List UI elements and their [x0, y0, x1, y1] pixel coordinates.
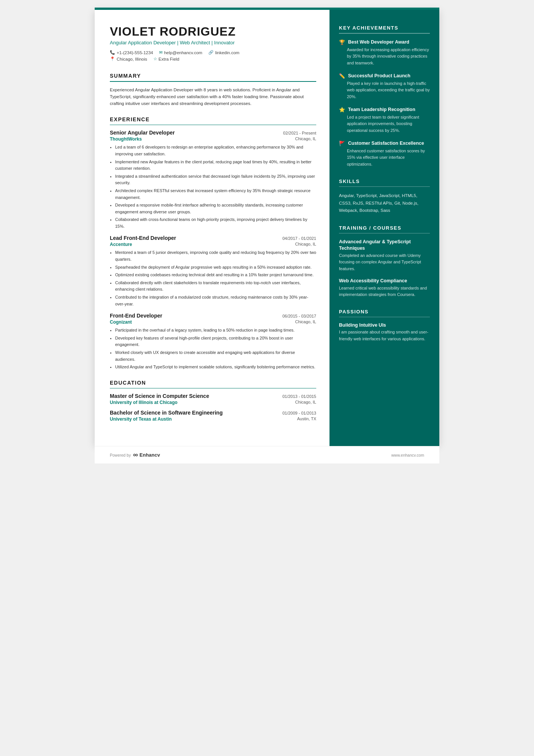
- degree-2: Bachelor of Science in Software Engineer…: [110, 410, 316, 422]
- degree-2-header: Bachelor of Science in Software Engineer…: [110, 410, 316, 416]
- link-icon: 🔗: [208, 50, 214, 55]
- training-1-title: Advanced Angular & TypeScript Techniques: [339, 239, 430, 251]
- training-2: Web Accessibility Compliance Learned cri…: [339, 278, 430, 298]
- degree-1-location: Chicago, IL: [295, 400, 316, 405]
- summary-title: SUMMARY: [110, 73, 316, 79]
- degree-1-school-row: University of Illinois at Chicago Chicag…: [110, 400, 316, 405]
- achievement-2-desc: Played a key role in launching a high-tr…: [339, 80, 430, 100]
- job-3-header: Front-End Developer 06/2015 - 03/2017: [110, 313, 316, 319]
- education-section: EDUCATION Master of Science in Computer …: [110, 380, 316, 422]
- job-1-company: ThoughtWorks: [110, 136, 142, 142]
- header-section: VIOLET RODRIGUEZ Angular Application Dev…: [110, 25, 316, 61]
- pencil-icon: ✏️: [339, 73, 345, 79]
- job-3-location: Chicago, IL: [295, 319, 316, 325]
- key-achievements-section: KEY ACHIEVEMENTS 🏆 Best Web Developer Aw…: [339, 25, 430, 168]
- achievement-3-desc: Led a project team to deliver significan…: [339, 114, 430, 134]
- job-1-header: Senior Angular Developer 02/2021 - Prese…: [110, 130, 316, 136]
- passions-divider: [339, 317, 430, 318]
- education-divider: [110, 388, 316, 389]
- linkedin-url: linkedin.com: [215, 50, 239, 55]
- training-section: TRAINING / COURSES Advanced Angular & Ty…: [339, 225, 430, 298]
- training-divider: [339, 233, 430, 234]
- achievement-3: ⭐ Team Leadership Recognition Led a proj…: [339, 106, 430, 134]
- job-1-bullets: Led a team of 6 developers to redesign a…: [110, 144, 316, 230]
- achievements-divider: [339, 33, 430, 34]
- job-1-location: Chicago, IL: [295, 136, 316, 142]
- achievement-3-title-row: ⭐ Team Leadership Recognition: [339, 106, 430, 113]
- experience-divider: [110, 125, 316, 125]
- email-address: help@enhancv.com: [164, 50, 202, 55]
- phone-number: +1-(234)-555-1234: [117, 50, 153, 55]
- training-1: Advanced Angular & TypeScript Techniques…: [339, 239, 430, 272]
- achievement-3-title: Team Leadership Recognition: [348, 106, 415, 113]
- achievement-1: 🏆 Best Web Developer Award Awarded for i…: [339, 39, 430, 67]
- job-3-company: Cognizant: [110, 319, 132, 325]
- achievement-1-desc: Awarded for increasing application effic…: [339, 47, 430, 67]
- extra-field-text: Extra Field: [159, 57, 180, 61]
- passions-section: PASSIONS Building Intuitive UIs I am pas…: [339, 309, 430, 343]
- extra-field-contact: ☆ Extra Field: [153, 56, 180, 61]
- training-title: TRAINING / COURSES: [339, 225, 430, 231]
- job-2: Lead Front-End Developer 04/2017 - 01/20…: [110, 235, 316, 307]
- skills-divider: [339, 186, 430, 187]
- job-2-bullets: Mentored a team of 5 junior developers, …: [110, 249, 316, 307]
- job-3: Front-End Developer 06/2015 - 03/2017 Co…: [110, 313, 316, 371]
- job-3-dates: 06/2015 - 03/2017: [283, 314, 316, 318]
- job-2-header: Lead Front-End Developer 04/2017 - 01/20…: [110, 235, 316, 241]
- bullet-item: Developed key features of several high-p…: [115, 335, 316, 348]
- bullet-item: Implemented new Angular features in the …: [115, 159, 316, 172]
- contact-row-2: 📍 Chicago, Illinois ☆ Extra Field: [110, 56, 316, 61]
- bullet-item: Participated in the overhaul of a legacy…: [115, 327, 316, 334]
- star-filled-icon: ⭐: [339, 107, 345, 113]
- job-2-dates: 04/2017 - 01/2021: [283, 236, 316, 241]
- enhancv-logo: ∞ Enhancv: [133, 451, 160, 459]
- passion-1-title: Building Intuitive UIs: [339, 322, 430, 328]
- achievement-4-title: Customer Satisfaction Excellence: [348, 140, 424, 146]
- degree-1-school: University of Illinois at Chicago: [110, 400, 178, 405]
- experience-section: EXPERIENCE Senior Angular Developer 02/2…: [110, 116, 316, 371]
- bullet-item: Architected complex RESTful services tha…: [115, 188, 316, 201]
- degree-2-school: University of Texas at Austin: [110, 416, 172, 422]
- candidate-title: Angular Application Developer | Web Arch…: [110, 40, 316, 45]
- location-icon: 📍: [110, 56, 115, 61]
- bullet-item: Led a team of 6 developers to redesign a…: [115, 144, 316, 157]
- bullet-item: Mentored a team of 5 junior developers, …: [115, 249, 316, 263]
- degree-1-dates: 01/2013 - 01/2015: [283, 394, 316, 399]
- star-icon: ☆: [153, 56, 157, 61]
- footer-website: www.enhancv.com: [391, 453, 424, 457]
- job-2-location: Chicago, IL: [295, 242, 316, 247]
- left-column: VIOLET RODRIGUEZ Angular Application Dev…: [95, 10, 329, 446]
- bullet-item: Spearheaded the deployment of Angular pr…: [115, 264, 316, 271]
- degree-2-name: Bachelor of Science in Software Engineer…: [110, 410, 223, 416]
- phone-icon: 📞: [110, 50, 115, 55]
- footer: Powered by ∞ Enhancv www.enhancv.com: [95, 446, 439, 463]
- job-1-dates: 02/2021 - Present: [283, 131, 316, 135]
- education-title: EDUCATION: [110, 380, 316, 386]
- degree-2-location: Austin, TX: [297, 416, 316, 422]
- achievement-1-title: Best Web Developer Award: [348, 39, 409, 45]
- bullet-item: Integrated a streamlined authentication …: [115, 173, 316, 186]
- achievement-1-title-row: 🏆 Best Web Developer Award: [339, 39, 430, 45]
- bullet-item: Optimized existing codebases reducing te…: [115, 272, 316, 279]
- degree-1-name: Master of Science in Computer Science: [110, 393, 209, 399]
- email-icon: ✉: [159, 50, 162, 55]
- logo-mark-icon: ∞: [133, 451, 138, 459]
- degree-2-dates: 01/2009 - 01/2013: [283, 411, 316, 415]
- achievement-4: 🚩 Customer Satisfaction Excellence Enhan…: [339, 140, 430, 168]
- location-contact: 📍 Chicago, Illinois: [110, 56, 147, 61]
- bullet-item: Worked closely with UX designers to crea…: [115, 349, 316, 363]
- footer-left: Powered by ∞ Enhancv: [110, 451, 160, 459]
- job-1-role: Senior Angular Developer: [110, 130, 175, 136]
- passion-1: Building Intuitive UIs I am passionate a…: [339, 322, 430, 342]
- flag-icon: 🚩: [339, 141, 345, 146]
- bullet-item: Utilized Angular and TypeScript to imple…: [115, 364, 316, 371]
- candidate-name: VIOLET RODRIGUEZ: [110, 25, 316, 38]
- achievement-4-title-row: 🚩 Customer Satisfaction Excellence: [339, 140, 430, 146]
- email-contact: ✉ help@enhancv.com: [159, 50, 202, 55]
- job-1: Senior Angular Developer 02/2021 - Prese…: [110, 130, 316, 230]
- phone-contact: 📞 +1-(234)-555-1234: [110, 50, 153, 55]
- bullet-item: Developed a responsive mobile-first inte…: [115, 202, 316, 215]
- trophy-icon: 🏆: [339, 39, 345, 45]
- degree-2-school-row: University of Texas at Austin Austin, TX: [110, 416, 316, 422]
- skills-section: SKILLS Angular, TypeScript, JavaScript, …: [339, 178, 430, 214]
